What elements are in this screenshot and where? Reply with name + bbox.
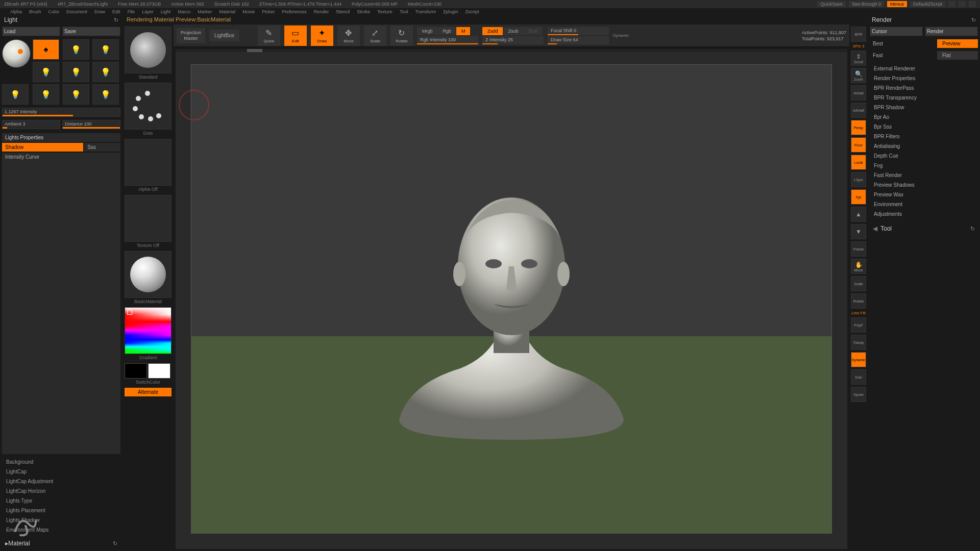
flat-button[interactable]: Flat <box>937 51 978 60</box>
render-env[interactable]: Environment <box>870 199 978 209</box>
layout-button[interactable]: DefaultZScript <box>910 1 945 7</box>
dynamic-label[interactable]: Dynamic <box>613 33 629 38</box>
menu-macro[interactable]: Macro <box>178 9 190 14</box>
nav-up-button[interactable]: ▲ <box>851 207 866 222</box>
zcut-button[interactable]: Zcut <box>523 27 543 35</box>
render-fog[interactable]: Fog <box>870 161 978 170</box>
color-picker[interactable] <box>125 307 172 354</box>
light-slot-1[interactable]: ♠ <box>33 39 59 60</box>
scale-button[interactable]: ⤢ Scale <box>364 26 386 46</box>
prop-lightcap-horizon[interactable]: LightCap Horizon <box>2 486 120 496</box>
rgb-intensity-slider[interactable]: Rgb Intensity 100 <box>417 36 478 44</box>
menu-render[interactable]: Render <box>314 9 329 14</box>
lsym-button[interactable]: LSym <box>851 172 866 187</box>
refresh-icon[interactable]: ↻ <box>970 226 975 232</box>
save-button[interactable]: Save <box>62 27 120 36</box>
render-depth[interactable]: Depth Cue <box>870 151 978 161</box>
menu-material[interactable]: Material <box>219 9 235 14</box>
light-slot-3[interactable]: 💡 <box>92 39 119 60</box>
persp-button[interactable]: Persp <box>851 120 866 135</box>
quicksketch-button[interactable]: ✎ Quick <box>258 26 280 46</box>
dynamic-button[interactable]: Dynamic <box>851 352 866 367</box>
move-nav-button[interactable]: ✋Move <box>851 259 866 274</box>
menu-movie[interactable]: Movie <box>242 9 255 14</box>
brush-preview[interactable] <box>125 27 172 73</box>
light-slot-8[interactable]: 💡 <box>33 84 59 105</box>
render-button[interactable]: Render <box>925 27 978 36</box>
transp-button[interactable]: Transp <box>851 335 866 350</box>
alpha-preview[interactable] <box>125 139 172 186</box>
move-button[interactable]: ✥ Move <box>337 26 360 46</box>
light-slot-6[interactable]: 💡 <box>92 62 119 82</box>
rotate-button[interactable]: ↻ Rotate <box>390 26 413 46</box>
menu-color[interactable]: Color <box>48 9 60 14</box>
menu-marker[interactable]: Marker <box>198 9 212 14</box>
draw-size-slider[interactable]: Draw Size 64 <box>548 36 609 44</box>
menu-zplugin[interactable]: Zplugin <box>443 9 458 14</box>
frame-button[interactable]: Frame <box>851 241 866 257</box>
sss-button[interactable]: Sss <box>84 143 120 152</box>
light-slot-9[interactable]: 💡 <box>63 84 89 105</box>
prop-lights-type[interactable]: Lights Type <box>2 496 120 506</box>
refresh-icon[interactable]: ↻ <box>113 540 117 547</box>
render-fastrender[interactable]: Fast Render <box>870 170 978 180</box>
stroke-preview[interactable] <box>125 83 172 130</box>
render-prevshadows[interactable]: Preview Shadows <box>870 180 978 190</box>
render-adj[interactable]: Adjustments <box>870 209 978 219</box>
fast-label[interactable]: Fast <box>870 51 936 60</box>
render-aa[interactable]: Antialiasing <box>870 141 978 151</box>
menu-stencil[interactable]: Stencil <box>336 9 350 14</box>
light-slot-10[interactable]: 💡 <box>92 84 119 105</box>
tool-header[interactable]: ◀ Tool ↻ <box>870 223 978 234</box>
alternate-button[interactable]: Alternate <box>125 388 172 396</box>
projection-master-button[interactable]: Projection Master <box>177 28 205 43</box>
refresh-icon[interactable]: ↻ <box>114 17 118 23</box>
mrgb-button[interactable]: Mrgb <box>417 27 438 35</box>
m-button[interactable]: M <box>456 27 471 35</box>
local-button[interactable]: Local <box>851 155 866 170</box>
light-slot-4[interactable]: 💡 <box>33 62 59 82</box>
window-max-icon[interactable] <box>959 1 966 7</box>
render-props[interactable]: Render Properties <box>870 73 978 83</box>
bpr-button[interactable]: BPR <box>851 27 866 42</box>
menu-brush[interactable]: Brush <box>29 9 41 14</box>
zoom-button[interactable]: 🔍Zoom <box>851 68 866 83</box>
zsub-button[interactable]: Zsub <box>503 27 523 35</box>
scroll-button[interactable]: ⇕Scroll <box>851 51 866 66</box>
edit-button[interactable]: ▭ Edit <box>284 26 307 46</box>
menu-layer[interactable]: Layer <box>142 9 154 14</box>
actual-button[interactable]: Actual <box>851 85 866 101</box>
preview-button[interactable]: Preview <box>937 39 978 48</box>
window-close-icon[interactable] <box>969 1 976 7</box>
rotate-nav-button[interactable]: Rotate <box>851 293 866 309</box>
z-intensity-slider[interactable]: Z Intensity 25 <box>482 36 544 44</box>
aahalf-button[interactable]: AAHalf <box>851 103 866 118</box>
distance-slider[interactable]: Distance 100 <box>62 120 120 129</box>
light-slot-2[interactable]: 💡 <box>63 39 89 60</box>
shadow-button[interactable]: Shadow <box>2 143 83 152</box>
quicksave-button[interactable]: QuickSave <box>817 1 846 7</box>
refresh-icon[interactable]: ↻ <box>971 17 976 23</box>
menu-zscript[interactable]: Zscript <box>465 9 479 14</box>
nav-down-button[interactable]: ▼ <box>851 224 866 239</box>
xpose-button[interactable]: Xpose <box>851 387 866 402</box>
swatch-black[interactable] <box>125 363 147 379</box>
spix-label[interactable]: SPix 3 <box>852 44 864 48</box>
intensity-curve-button[interactable]: Intensity Curve <box>2 153 120 454</box>
zadd-button[interactable]: Zadd <box>482 27 503 35</box>
window-min-icon[interactable] <box>948 1 955 7</box>
seethrough-slider[interactable]: See-through 0 <box>849 1 884 7</box>
draw-button[interactable]: ✦ Draw <box>311 26 333 46</box>
prop-background[interactable]: Background <box>2 457 120 467</box>
menu-picker[interactable]: Picker <box>262 9 275 14</box>
texture-preview[interactable] <box>125 195 172 242</box>
render-sss[interactable]: Bpr Sss <box>870 122 978 132</box>
intensity-slider[interactable]: 1.1267 Intensity <box>2 108 120 117</box>
floor-button[interactable]: Floor <box>851 137 866 153</box>
menu-stroke[interactable]: Stroke <box>357 9 370 14</box>
best-label[interactable]: Best <box>870 39 936 48</box>
render-ao[interactable]: Bpr Ao <box>870 112 978 122</box>
solo-button[interactable]: Solo <box>851 369 866 385</box>
menu-draw[interactable]: Draw <box>94 9 105 14</box>
render-prevwax[interactable]: Preview Wax <box>870 190 978 199</box>
